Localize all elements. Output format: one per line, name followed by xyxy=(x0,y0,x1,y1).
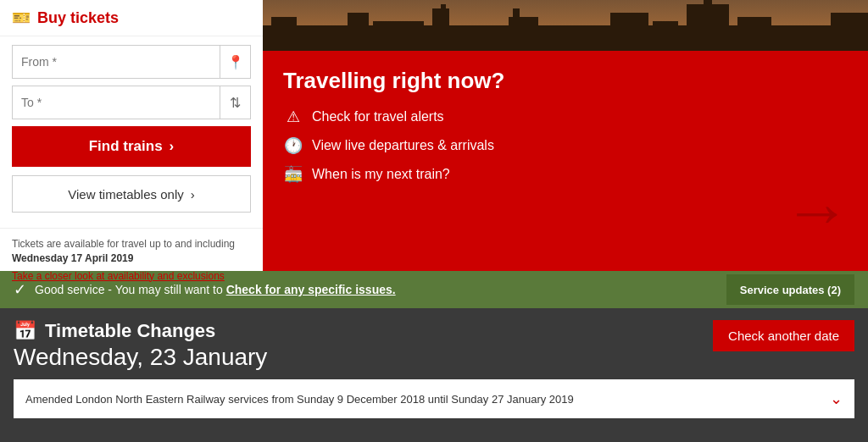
find-trains-arrow: › xyxy=(170,138,175,155)
view-timetables-label: View timetables only xyxy=(68,187,183,202)
service-updates-button[interactable]: Service updates (2) xyxy=(726,274,854,305)
buy-tickets-header: 🎫 Buy tickets xyxy=(0,0,263,36)
timetable-title: Timetable Changes xyxy=(45,320,215,342)
swap-icon[interactable]: ⇅ xyxy=(220,86,250,119)
next-train-option[interactable]: 🚋 When is my next train? xyxy=(283,165,848,184)
travelling-panel: Travelling right now? ⚠ Check for travel… xyxy=(263,51,868,271)
next-train-label: When is my next train? xyxy=(312,167,450,182)
clock-icon: 🕐 xyxy=(283,136,303,155)
timetable-entry[interactable]: Amended London North Eastern Railway ser… xyxy=(14,379,854,418)
live-departures-option[interactable]: 🕐 View live departures & arrivals xyxy=(283,136,848,155)
alert-icon: ⚠ xyxy=(283,108,303,126)
big-arrow-icon: → xyxy=(783,178,851,246)
availability-date: Wednesday 17 April 2019 xyxy=(12,252,133,264)
buy-tickets-title: Buy tickets xyxy=(37,9,119,27)
booking-form: 📍 ⇅ Find trains › View timetables only › xyxy=(0,36,263,221)
train-icon: 🚋 xyxy=(283,165,303,184)
timetable-title-group: 📅 Timetable Changes Wednesday, 23 Januar… xyxy=(14,320,267,371)
credit-card-icon: 🎫 xyxy=(12,8,31,27)
timetable-panel: 📅 Timetable Changes Wednesday, 23 Januar… xyxy=(0,308,868,442)
live-departures-label: View live departures & arrivals xyxy=(312,138,494,153)
find-trains-label: Find trains xyxy=(89,138,163,155)
availability-link[interactable]: Take a closer look at availability and e… xyxy=(12,269,251,284)
view-timetables-arrow: › xyxy=(191,187,195,202)
hero-panel: Travelling right now? ⚠ Check for travel… xyxy=(263,0,868,271)
check-another-date-button[interactable]: Check another date xyxy=(713,320,854,351)
svg-rect-11 xyxy=(513,8,520,21)
to-input-row: ⇅ xyxy=(12,86,251,119)
chevron-down-icon: ⌄ xyxy=(830,390,843,408)
calendar-icon: 📅 xyxy=(14,320,36,342)
location-icon[interactable]: 📍 xyxy=(220,46,250,78)
booking-panel: 🎫 Buy tickets 📍 ⇅ Find trains › View tim… xyxy=(0,0,263,271)
travel-alert-option[interactable]: ⚠ Check for travel alerts xyxy=(283,108,848,126)
view-timetables-button[interactable]: View timetables only › xyxy=(12,175,251,213)
to-input[interactable] xyxy=(13,86,220,119)
timetable-date: Wednesday, 23 January xyxy=(14,344,267,371)
timetable-title-row: 📅 Timetable Changes xyxy=(14,320,267,342)
from-input[interactable] xyxy=(13,46,220,78)
svg-rect-8 xyxy=(441,4,446,17)
svg-rect-16 xyxy=(704,0,712,8)
availability-notice: Tickets are available for travel up to a… xyxy=(0,228,263,291)
availability-text: Tickets are available for travel up to a… xyxy=(12,238,235,250)
timetable-header: 📅 Timetable Changes Wednesday, 23 Januar… xyxy=(14,320,854,371)
travel-alert-label: Check for travel alerts xyxy=(312,109,444,124)
timetable-entry-text: Amended London North Eastern Railway ser… xyxy=(25,393,830,406)
timetable-section: 📅 Timetable Changes Wednesday, 23 Januar… xyxy=(0,308,868,442)
hero-title: Travelling right now? xyxy=(283,68,848,94)
from-input-row: 📍 xyxy=(12,45,251,79)
find-trains-button[interactable]: Find trains › xyxy=(12,126,251,167)
